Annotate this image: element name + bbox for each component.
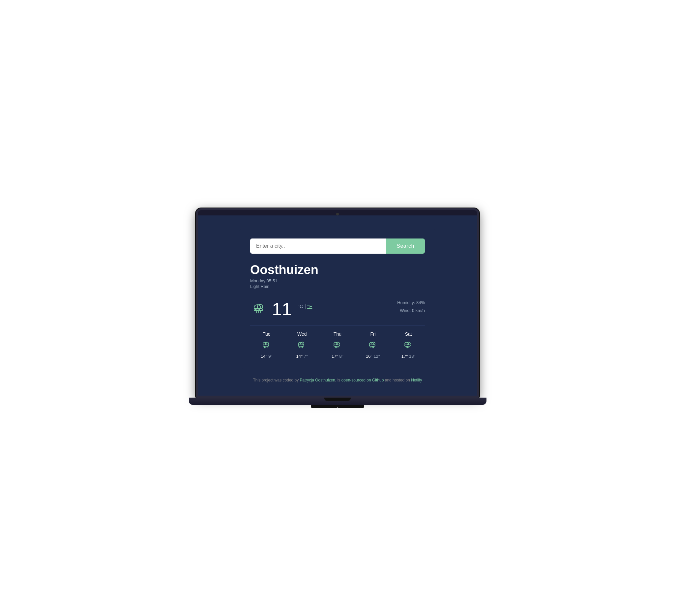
forecast-temps: 14° 7° [296,354,308,359]
laptop-foot-left [311,405,338,408]
forecast-temps: 16° 12° [366,354,380,359]
svg-line-11 [267,347,267,348]
forecast-weather-icon [296,339,308,351]
forecast-day-label: Sat [405,331,412,337]
city-search-input[interactable] [250,239,386,254]
svg-line-5 [260,311,261,313]
forecast-temps: 17° 13° [401,354,416,359]
footer-author-link[interactable]: Patrycja Oosthuizen [300,378,335,382]
forecast-weather-icon [367,339,379,351]
svg-rect-14 [298,345,304,346]
unit-separator: | [305,303,307,309]
laptop-screen: Search Oosthuizen Monday 05:51 Light Rai… [196,208,479,398]
current-temperature: 11 [272,300,292,318]
weather-card: Search Oosthuizen Monday 05:51 Light Rai… [239,229,436,369]
wind-display: Wind: 0 km/h [397,307,425,314]
laptop-container: Search Oosthuizen Monday 05:51 Light Rai… [196,208,479,408]
forecast-high: 14° [296,354,303,359]
search-button[interactable]: Search [386,239,425,254]
footer: This project was coded by Patrycja Oosth… [253,378,422,382]
city-name: Oosthuizen [250,263,425,277]
forecast-low: 13° [409,354,416,359]
forecast-low: 9° [268,354,272,359]
weather-divider [250,325,425,326]
weather-main: 11 °C | °F [250,300,312,318]
svg-line-33 [406,347,406,348]
svg-rect-26 [369,345,375,346]
footer-github-link[interactable]: open-sourced on Github [342,378,384,382]
city-datetime: Monday 05:51 [250,278,425,283]
svg-rect-20 [334,345,340,346]
svg-point-1 [257,304,263,309]
forecast-day-label: Thu [333,331,342,337]
forecast-high: 16° [366,354,372,359]
svg-line-4 [258,311,259,313]
city-condition: Light Rain [250,284,425,289]
humidity-display: Humidity: 84% [397,299,425,306]
forecast-day-label: Wed [297,331,307,337]
svg-rect-8 [263,345,269,346]
svg-line-35 [409,347,409,348]
forecast-row: Tue 14° 9° Wed [250,331,425,359]
svg-line-15 [300,347,300,348]
forecast-weather-icon [261,339,273,351]
forecast-day-item: Thu 17° 8° [321,331,354,359]
forecast-day-label: Fri [370,331,375,337]
search-row: Search [250,239,425,254]
forecast-high: 17° [401,354,408,359]
laptop-notch [324,398,351,401]
svg-line-27 [371,347,371,348]
forecast-high: 17° [331,354,338,359]
svg-line-17 [302,347,303,348]
svg-line-21 [335,347,335,348]
footer-text-after: and hosted on [384,378,411,382]
weather-details: Humidity: 84% Wind: 0 km/h [397,299,425,314]
svg-line-28 [372,347,372,348]
forecast-day-item: Wed 14° 7° [286,331,319,359]
svg-line-3 [256,311,257,313]
unit-fahrenheit[interactable]: °F [307,303,312,309]
footer-text-before: This project was coded by [253,378,300,382]
forecast-day-label: Tue [263,331,271,337]
laptop-camera [336,213,339,215]
forecast-weather-icon [402,339,414,351]
forecast-low: 7° [304,354,308,359]
forecast-day-item: Fri 16° 12° [357,331,390,359]
laptop-feet [305,405,370,408]
svg-line-9 [264,347,265,348]
svg-line-23 [338,347,338,348]
svg-line-22 [336,347,337,348]
footer-netlify-link[interactable]: Netlify [411,378,422,382]
forecast-temps: 14° 9° [261,354,273,359]
laptop-foot-right [338,405,364,408]
forecast-low: 8° [339,354,343,359]
forecast-day-item: Tue 14° 9° [250,331,283,359]
unit-celsius[interactable]: °C [298,303,303,309]
screen-content: Search Oosthuizen Monday 05:51 Light Rai… [198,215,477,395]
forecast-low: 12° [373,354,380,359]
forecast-day-item: Sat 17° 13° [392,331,425,359]
svg-line-29 [373,347,374,348]
svg-line-34 [407,347,408,348]
forecast-high: 14° [261,354,267,359]
svg-rect-32 [405,345,410,346]
unit-toggle: °C | °F [298,303,312,309]
footer-text-middle: , is [335,378,342,382]
forecast-temps: 17° 8° [331,354,344,359]
svg-line-16 [301,347,301,348]
svg-line-10 [266,347,266,348]
current-weather-icon [250,300,268,318]
laptop-base [189,398,486,405]
forecast-weather-icon [331,339,344,351]
